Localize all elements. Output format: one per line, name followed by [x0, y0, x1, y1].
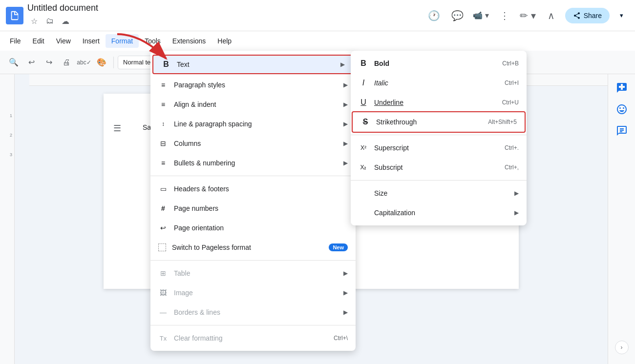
ruler-num-1: 1	[10, 113, 12, 118]
more-button[interactable]: ⋮	[495, 6, 514, 25]
size-select[interactable]: 11	[213, 56, 237, 69]
menu-file[interactable]: File	[4, 34, 27, 48]
style-select[interactable]: Normal text	[118, 56, 167, 69]
star-button[interactable]: ☆	[27, 14, 41, 28]
image-annotation-button[interactable]	[612, 121, 632, 141]
menu-insert[interactable]: Insert	[77, 34, 106, 48]
chat-button[interactable]: 💬	[448, 6, 467, 25]
edit-mode-button[interactable]: ✏ ▾	[518, 6, 538, 25]
share-button[interactable]: Share	[565, 8, 610, 23]
right-sidebar: ›	[608, 74, 635, 364]
menu-extensions[interactable]: Extensions	[167, 34, 212, 48]
doc-page[interactable]: ☰ Sample	[104, 94, 519, 289]
toolbar-right: 🕐 💬 📹 ▾ ⋮ ✏ ▾ ∧ Share ▾	[424, 6, 629, 25]
history-button[interactable]: 🕐	[424, 6, 444, 25]
menu-help[interactable]: Help	[212, 34, 237, 48]
menu-format[interactable]: Format	[106, 34, 139, 48]
menu-tools[interactable]: Tools	[139, 34, 167, 48]
menu-edit[interactable]: Edit	[27, 34, 50, 48]
undo-button[interactable]: ↩	[23, 55, 39, 70]
left-ruler: 1 2 3	[0, 74, 15, 364]
title-icons: ☆ 🗂 ☁	[27, 14, 98, 28]
search-button[interactable]: 🔍	[6, 55, 21, 70]
collapse-sidebar-button[interactable]: ›	[615, 341, 629, 354]
font-select[interactable]: Arial	[175, 56, 205, 69]
format-toolbar: 🔍 ↩ ↪ 🖨 abc✓ 🎨 Normal text Arial 11	[0, 51, 635, 74]
emoji-button[interactable]	[612, 100, 632, 119]
list-icon: ☰	[113, 123, 121, 134]
app-icon	[6, 7, 23, 24]
collapse-button[interactable]: ∧	[542, 6, 561, 25]
spellcheck-button[interactable]: abc✓	[76, 55, 92, 70]
top-ruler	[29, 74, 608, 86]
folder-button[interactable]: 🗂	[43, 14, 57, 28]
share-label: Share	[584, 12, 602, 20]
divider-1	[113, 57, 114, 68]
divider-2	[171, 57, 171, 68]
video-button[interactable]: 📹 ▾	[471, 6, 491, 25]
main-area: 1 2 3 ☰ Sample ›	[0, 74, 635, 364]
ruler-num-2: 2	[10, 133, 12, 138]
cloud-button[interactable]: ☁	[59, 14, 72, 28]
redo-button[interactable]: ↪	[41, 55, 57, 70]
sidebar-spacer: ›	[608, 142, 635, 364]
title-bar: Untitled document ☆ 🗂 ☁ 🕐 💬 📹 ▾ ⋮ ✏ ▾ ∧ …	[0, 0, 635, 31]
sample-text: Sample	[143, 123, 166, 131]
menu-bar: File Edit View Insert Format Tools Exten…	[0, 31, 635, 51]
ruler-num-3: 3	[10, 152, 12, 157]
print-button[interactable]: 🖨	[59, 55, 74, 70]
share-dropdown-button[interactable]: ▾	[614, 8, 629, 23]
add-comment-button[interactable]	[612, 78, 632, 98]
doc-area: ☰ Sample	[15, 74, 608, 364]
title-area: Untitled document ☆ 🗂 ☁	[27, 3, 98, 28]
menu-view[interactable]: View	[50, 34, 77, 48]
doc-title[interactable]: Untitled document	[27, 3, 98, 13]
divider-3	[209, 57, 210, 68]
format-paint-button[interactable]: 🎨	[94, 55, 109, 70]
